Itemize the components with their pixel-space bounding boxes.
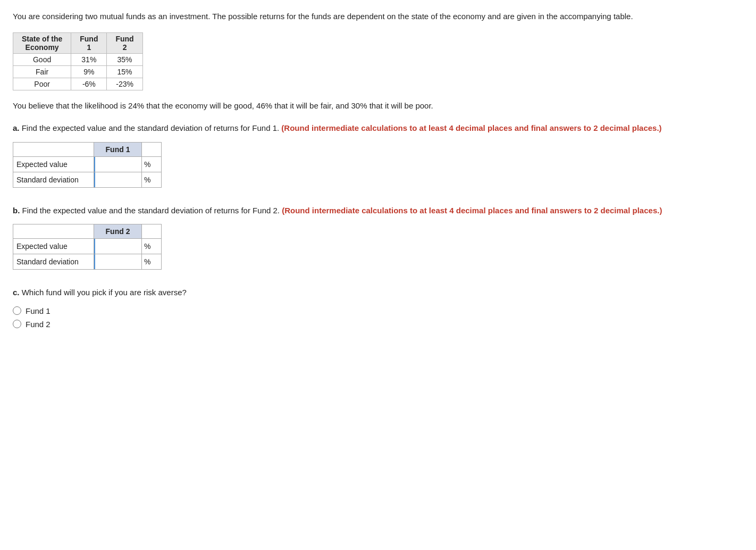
fund2-col-header: Fund2 <box>107 32 142 53</box>
fund1-col-header: Fund1 <box>71 32 107 53</box>
section-a-main-text: Find the expected value and the standard… <box>22 123 279 132</box>
fund-choice-radio-group: Fund 1 Fund 2 <box>13 306 743 329</box>
economy-state: Good <box>13 53 71 65</box>
economy-table-row: Fair 9% 15% <box>13 65 143 78</box>
economy-fund1: 31% <box>71 53 107 65</box>
fund2-row-label-1: Standard deviation <box>13 254 94 270</box>
economy-table: State of theEconomy Fund1 Fund2 Good 31%… <box>13 32 143 90</box>
section-b-instruction: (Round intermediate calculations to at l… <box>282 206 662 215</box>
fund1-row-label-0: Expected value <box>13 156 94 172</box>
fund1-pct-1: % <box>142 172 162 187</box>
economy-state: Fair <box>13 65 71 78</box>
economy-fund1: 9% <box>71 65 107 78</box>
section-b-main-text: Find the expected value and the standard… <box>22 206 280 215</box>
economy-fund2: -23% <box>107 78 142 90</box>
fund2-pct-0: % <box>142 239 162 254</box>
section-a-label: a. <box>13 123 20 132</box>
fund2-input-1[interactable] <box>94 254 141 269</box>
economy-fund2: 35% <box>107 53 142 65</box>
fund1-table-row: Standard deviation % <box>13 172 162 187</box>
fund2-input-cell-1[interactable] <box>94 254 142 270</box>
fund2-input-0[interactable] <box>94 239 141 254</box>
economy-col-header: State of theEconomy <box>13 32 71 53</box>
fund1-row-label-1: Standard deviation <box>13 172 94 187</box>
economy-table-row: Good 31% 35% <box>13 53 143 65</box>
section-c-question: c. Which fund will you pick if you are r… <box>13 287 743 299</box>
fund2-table-row: Expected value % <box>13 239 162 254</box>
intro-text: You are considering two mutual funds as … <box>13 11 743 23</box>
fund2-table: Fund 2 Expected value % Standard deviati… <box>13 224 162 270</box>
fund2-input-cell-0[interactable] <box>94 239 142 254</box>
fund2-table-row: Standard deviation % <box>13 254 162 270</box>
section-b-label: b. <box>13 206 20 215</box>
fund2-table-header: Fund 2 <box>94 224 142 239</box>
section-a-question: a. Find the expected value and the stand… <box>13 122 743 135</box>
fund1-input-1[interactable] <box>94 172 141 187</box>
section-c-label: c. <box>13 288 20 297</box>
economy-table-row: Poor -6% -23% <box>13 78 143 90</box>
economy-fund1: -6% <box>71 78 107 90</box>
fund1-table: Fund 1 Expected value % Standard deviati… <box>13 142 162 188</box>
belief-text: You believe that the likelihood is 24% t… <box>13 100 743 112</box>
fund2-row-label-0: Expected value <box>13 239 94 254</box>
section-c-text: Which fund will you pick if you are risk… <box>22 288 187 297</box>
fund1-input-cell-0[interactable] <box>94 156 142 172</box>
section-a-instruction: (Round intermediate calculations to at l… <box>281 123 661 132</box>
economy-state: Poor <box>13 78 71 90</box>
radio-input-0[interactable] <box>13 306 21 315</box>
fund1-input-cell-1[interactable] <box>94 172 142 187</box>
fund1-table-row: Expected value % <box>13 156 162 172</box>
radio-label-1: Fund 2 <box>26 320 51 329</box>
section-c: c. Which fund will you pick if you are r… <box>13 287 743 329</box>
fund2-pct-1: % <box>142 254 162 270</box>
radio-item-fund-1[interactable]: Fund 1 <box>13 306 743 315</box>
radio-label-0: Fund 1 <box>26 306 51 315</box>
fund1-table-header: Fund 1 <box>94 142 142 156</box>
economy-fund2: 15% <box>107 65 142 78</box>
radio-item-fund-2[interactable]: Fund 2 <box>13 320 743 329</box>
fund1-pct-0: % <box>142 156 162 172</box>
section-a: a. Find the expected value and the stand… <box>13 122 743 188</box>
fund1-input-0[interactable] <box>94 157 141 172</box>
section-b: b. Find the expected value and the stand… <box>13 205 743 270</box>
radio-input-1[interactable] <box>13 320 21 328</box>
section-b-question: b. Find the expected value and the stand… <box>13 205 743 217</box>
